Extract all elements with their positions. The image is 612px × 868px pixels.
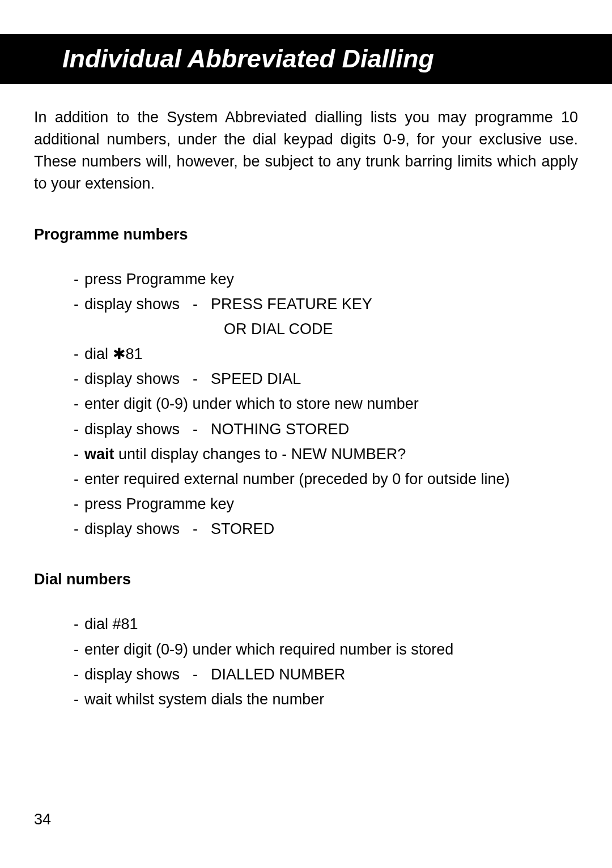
header-title: Individual Abbreviated Dialling [62,44,434,73]
dash-icon: - [74,639,79,661]
page-content: In addition to the System Abbreviated di… [0,84,612,711]
dash-icon: - [74,443,79,465]
step-text: display shows - SPEED DIAL [84,368,578,390]
step-text: dial #81 [84,613,578,635]
step: - enter digit (0-9) under which to store… [74,393,578,415]
step-text: enter digit (0-9) under which to store n… [84,393,578,415]
display-label: display shows [84,666,180,683]
step: - display shows - NOTHING STORED [74,418,578,441]
display-label: display shows [84,296,180,313]
separator: - [184,664,207,686]
step-text: press Programme key [84,493,578,515]
dash-icon: - [74,293,79,315]
section1-steps: - press Programme key - display shows - … [34,268,578,541]
dash-icon: - [74,493,79,515]
dash-icon: - [74,518,79,540]
step-text: wait until display changes to - NEW NUMB… [84,443,578,465]
step: - display shows - STORED [74,518,578,540]
step: - display shows - PRESS FEATURE KEY [74,293,578,315]
step-text: enter required external number (preceded… [84,468,578,490]
dash-icon: - [74,418,79,441]
wait-rest: until display changes to - NEW NUMBER? [114,446,406,463]
dash-icon: - [74,268,79,290]
step: - wait whilst system dials the number [74,689,578,711]
bold-wait: wait [84,446,114,463]
step: - dial ✱81 [74,343,578,365]
separator: - [184,518,207,540]
step-text: display shows - NOTHING STORED [84,418,578,441]
display-value: NOTHING STORED [211,421,349,438]
section1-heading: Programme numbers [34,224,578,246]
step-text: wait whilst system dials the number [84,689,578,711]
dash-icon: - [74,343,79,365]
section2-heading: Dial numbers [34,568,578,591]
dash-icon: - [74,368,79,390]
display-label: display shows [84,520,180,537]
display-label: display shows [84,421,180,438]
page-number: 34 [34,811,51,828]
star-icon: ✱ [113,345,126,362]
display-value: DIALLED NUMBER [211,666,345,683]
step-text: display shows - DIALLED NUMBER [84,664,578,686]
dash-icon: - [74,689,79,711]
step: - enter digit (0-9) under which required… [74,639,578,661]
step-text: press Programme key [84,268,578,290]
dash-icon: - [74,468,79,490]
step-text: display shows - PRESS FEATURE KEY [84,293,578,315]
step: - display shows - SPEED DIAL [74,368,578,390]
display-value: SPEED DIAL [211,370,301,387]
step: - press Programme key [74,493,578,515]
dash-icon: - [74,393,79,415]
separator: - [184,418,207,441]
page-header: Individual Abbreviated Dialling [0,34,612,84]
step-text: enter digit (0-9) under which required n… [84,639,578,661]
intro-paragraph: In addition to the System Abbreviated di… [34,106,578,195]
display-value-line2: OR DIAL CODE [74,318,578,340]
dash-icon: - [74,613,79,635]
display-value: STORED [211,520,274,537]
step: - enter required external number (preced… [74,468,578,490]
step: - wait until display changes to - NEW NU… [74,443,578,465]
step: - dial #81 [74,613,578,635]
step-text: display shows - STORED [84,518,578,540]
separator: - [184,293,207,315]
display-value: PRESS FEATURE KEY [211,296,372,313]
dial-post: 81 [126,345,143,362]
step: - display shows - DIALLED NUMBER [74,664,578,686]
dash-icon: - [74,664,79,686]
display-label: display shows [84,370,180,387]
step: - press Programme key [74,268,578,290]
step-text: dial ✱81 [84,343,578,365]
separator: - [184,368,207,390]
section2-steps: - dial #81 - enter digit (0-9) under whi… [34,613,578,711]
dial-pre: dial [84,345,113,362]
